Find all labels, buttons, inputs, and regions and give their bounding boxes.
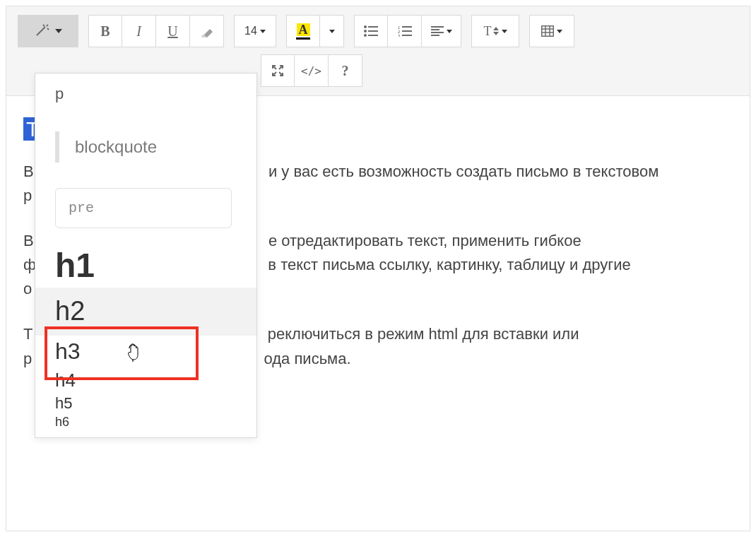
eraser-icon bbox=[199, 25, 215, 37]
svg-line-2 bbox=[47, 28, 49, 30]
font-size-button[interactable]: 14 bbox=[234, 15, 276, 47]
chevron-down-icon bbox=[557, 30, 562, 33]
bullet-list-icon bbox=[364, 25, 378, 37]
underline-label: U bbox=[167, 23, 177, 40]
fullscreen-button[interactable] bbox=[261, 54, 295, 87]
svg-point-6 bbox=[364, 30, 367, 33]
svg-rect-19 bbox=[431, 35, 439, 36]
font-size-value: 14 bbox=[244, 25, 257, 37]
bold-label: B bbox=[100, 23, 110, 40]
misc-group: </> ? bbox=[261, 54, 362, 87]
align-left-icon bbox=[431, 26, 444, 36]
chevron-down-icon bbox=[447, 30, 452, 33]
font-style-group: B I U bbox=[88, 15, 224, 47]
svg-line-3 bbox=[47, 25, 48, 26]
line-height-label: T bbox=[484, 24, 492, 39]
unordered-list-button[interactable] bbox=[354, 15, 388, 47]
style-option-h5[interactable]: h5 bbox=[35, 393, 256, 413]
help-button[interactable]: ? bbox=[329, 54, 362, 87]
code-view-button[interactable]: </> bbox=[295, 54, 329, 87]
style-option-p[interactable]: p bbox=[35, 73, 256, 114]
style-option-h2[interactable]: h2 bbox=[35, 288, 256, 336]
color-bar bbox=[296, 37, 310, 40]
italic-button[interactable]: I bbox=[122, 15, 156, 47]
svg-point-4 bbox=[364, 25, 367, 28]
style-option-h1[interactable]: h1 bbox=[35, 245, 256, 288]
clear-format-button[interactable] bbox=[190, 15, 224, 47]
svg-rect-18 bbox=[431, 32, 444, 33]
svg-line-0 bbox=[37, 27, 45, 35]
ordered-list-button[interactable]: 123 bbox=[388, 15, 422, 47]
style-option-blockquote[interactable]: blockquote bbox=[35, 114, 256, 179]
line-height-arrows-icon bbox=[493, 27, 499, 35]
chevron-down-icon bbox=[502, 30, 507, 33]
svg-rect-17 bbox=[431, 29, 439, 30]
font-color-more-button[interactable] bbox=[320, 15, 344, 47]
table-button[interactable] bbox=[529, 15, 574, 47]
style-group bbox=[18, 15, 78, 47]
paragraph-align-button[interactable] bbox=[422, 15, 461, 47]
line-height-button[interactable]: T bbox=[471, 15, 519, 47]
style-option-h3[interactable]: h3 bbox=[35, 336, 256, 368]
font-color-button[interactable]: A bbox=[286, 15, 320, 47]
bold-button[interactable]: B bbox=[88, 15, 122, 47]
code-view-label: </> bbox=[301, 64, 321, 78]
font-size-group: 14 bbox=[234, 15, 276, 47]
svg-rect-20 bbox=[542, 26, 554, 37]
svg-rect-16 bbox=[431, 26, 444, 28]
magic-wand-icon bbox=[34, 24, 51, 38]
font-color-label: A bbox=[297, 23, 310, 36]
svg-rect-11 bbox=[402, 26, 412, 28]
style-dropdown-menu: p blockquote pre h1 h2 h3 h4 h5 h6 bbox=[35, 73, 257, 438]
font-color-group: A bbox=[286, 15, 344, 47]
chevron-down-icon bbox=[55, 29, 62, 33]
numbered-list-icon: 123 bbox=[398, 25, 412, 37]
style-dropdown-button[interactable] bbox=[18, 15, 78, 47]
underline-button[interactable]: U bbox=[156, 15, 190, 47]
svg-rect-9 bbox=[368, 35, 378, 36]
svg-point-8 bbox=[364, 34, 367, 37]
italic-label: I bbox=[136, 23, 141, 40]
svg-rect-5 bbox=[368, 26, 378, 28]
fullscreen-icon bbox=[271, 64, 284, 77]
svg-text:3: 3 bbox=[398, 34, 401, 37]
style-option-h4[interactable]: h4 bbox=[35, 368, 256, 393]
svg-rect-7 bbox=[368, 30, 378, 32]
svg-rect-15 bbox=[402, 35, 412, 36]
svg-rect-13 bbox=[402, 30, 412, 32]
line-height-group: T bbox=[471, 15, 519, 47]
style-option-pre[interactable]: pre bbox=[35, 179, 256, 245]
style-option-h6[interactable]: h6 bbox=[35, 413, 256, 436]
table-group bbox=[529, 15, 574, 47]
paragraph-group: 123 bbox=[354, 15, 461, 47]
table-icon bbox=[541, 25, 554, 37]
chevron-down-icon bbox=[329, 30, 335, 33]
help-label: ? bbox=[342, 63, 349, 79]
svg-line-1 bbox=[43, 25, 45, 26]
chevron-down-icon bbox=[260, 30, 266, 33]
